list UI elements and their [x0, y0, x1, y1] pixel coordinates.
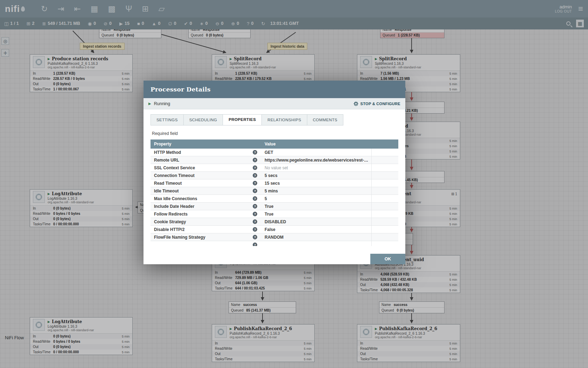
help-icon[interactable]: ? — [253, 150, 257, 155]
property-row[interactable]: Connection Timeout?5 secs — [150, 172, 398, 179]
property-value-cell: RANDOM — [261, 233, 371, 241]
property-value-cell: 15 secs — [261, 179, 371, 187]
row-gutter — [371, 218, 398, 225]
property-value: True — [265, 212, 273, 217]
row-gutter — [371, 203, 398, 210]
property-name: Remote URL — [154, 158, 253, 163]
property-value: 5 — [265, 196, 267, 201]
row-gutter — [371, 179, 398, 187]
property-name: Read Timeout — [154, 181, 253, 186]
property-value-cell: https://www.pegelonline.wsv.de/webservic… — [261, 156, 371, 164]
property-row[interactable]: Max Idle Connections?5 — [150, 195, 398, 203]
property-name: Idle Timeout — [154, 189, 253, 193]
dialog-title: Processor Details — [144, 81, 405, 98]
tab-properties[interactable]: PROPERTIES — [223, 114, 262, 125]
property-name-cell: Disable HTTP/2? — [150, 227, 261, 232]
property-row[interactable]: Follow Redirects?True — [150, 210, 398, 218]
property-name-cell: Idle Timeout? — [150, 189, 261, 193]
run-status-icon: ▶ — [148, 102, 151, 105]
property-name: Connection Timeout — [154, 173, 253, 178]
help-icon[interactable]: ? — [253, 173, 257, 178]
property-name-cell: HTTP Method? — [150, 150, 261, 155]
property-row[interactable]: Include Date Header?True — [150, 203, 398, 210]
property-name: Disable HTTP/2 — [154, 227, 253, 232]
property-name-cell: Read Timeout? — [150, 181, 261, 186]
property-row[interactable]: ? — [150, 241, 398, 246]
help-icon[interactable]: ? — [253, 196, 257, 201]
tab-relationships[interactable]: RELATIONSHIPS — [262, 114, 307, 125]
row-gutter — [371, 156, 398, 164]
property-value-cell — [261, 241, 371, 246]
property-row[interactable]: Cookie Strategy?DISABLED — [150, 218, 398, 226]
help-icon[interactable]: ? — [253, 158, 257, 162]
stop-and-configure-button[interactable]: STOP & CONFIGURE — [354, 101, 400, 106]
tab-settings[interactable]: SETTINGS — [150, 114, 184, 125]
help-icon[interactable]: ? — [253, 219, 257, 224]
tab-comments[interactable]: COMMENTS — [307, 114, 343, 125]
property-name-cell: Connection Timeout? — [150, 173, 261, 178]
row-gutter — [371, 172, 398, 179]
property-value: RANDOM — [265, 235, 284, 240]
help-icon[interactable]: ? — [253, 204, 257, 209]
help-icon[interactable]: ? — [253, 227, 257, 232]
row-gutter — [371, 187, 398, 195]
dialog-body: SETTINGSSCHEDULINGPROPERTIESRELATIONSHIP… — [144, 109, 405, 264]
help-icon[interactable]: ? — [253, 235, 257, 239]
help-icon[interactable]: ? — [253, 181, 257, 185]
ok-button[interactable]: OK — [370, 254, 405, 264]
property-name-cell: SSL Context Service? — [150, 165, 261, 170]
property-value: https://www.pegelonline.wsv.de/webservic… — [265, 158, 370, 163]
help-icon[interactable]: ? — [253, 212, 257, 216]
property-name: FlowFile Naming Strategy — [154, 235, 253, 240]
row-gutter — [371, 210, 398, 218]
value-column-header: Value — [261, 142, 398, 146]
property-row[interactable]: SSL Context Service?No value set — [150, 164, 398, 172]
property-table: Property Value HTTP Method?GETRemote URL… — [150, 139, 398, 246]
required-field-note: Required field — [152, 131, 397, 136]
gear-icon — [354, 101, 358, 106]
property-name: HTTP Method — [154, 150, 253, 155]
row-gutter — [371, 164, 398, 171]
property-value-cell: 5 mins — [261, 187, 371, 195]
help-icon[interactable]: ? — [253, 165, 257, 170]
property-name-cell: Follow Redirects? — [150, 212, 261, 217]
row-gutter — [371, 233, 398, 241]
property-row[interactable]: Read Timeout?15 secs — [150, 179, 398, 187]
row-gutter — [371, 241, 398, 246]
property-value: 5 mins — [265, 189, 278, 193]
property-name-cell: ? — [150, 243, 261, 246]
property-value: True — [265, 204, 273, 209]
property-column-header: Property — [150, 142, 261, 146]
property-value-cell: 5 secs — [261, 172, 371, 179]
property-row[interactable]: Remote URL?https://www.pegelonline.wsv.d… — [150, 156, 398, 164]
property-value-cell: No value set — [261, 164, 371, 171]
property-value: No value set — [265, 165, 288, 170]
stop-and-configure-label: STOP & CONFIGURE — [360, 102, 400, 106]
row-gutter — [371, 195, 398, 202]
property-row[interactable]: Idle Timeout?5 mins — [150, 187, 398, 195]
property-name-cell: Remote URL? — [150, 158, 261, 163]
property-row[interactable]: Disable HTTP/2?False — [150, 226, 398, 233]
row-gutter — [371, 226, 398, 233]
tab-scheduling[interactable]: SCHEDULING — [184, 114, 223, 125]
help-icon[interactable]: ? — [253, 243, 257, 246]
property-value-cell: DISABLED — [261, 218, 371, 225]
property-row[interactable]: FlowFile Naming Strategy?RANDOM — [150, 233, 398, 241]
property-value: DISABLED — [265, 219, 286, 224]
property-name: Max Idle Connections — [154, 196, 253, 201]
property-value: 5 secs — [265, 173, 278, 178]
property-table-header: Property Value — [150, 139, 398, 149]
property-name: Include Date Header — [154, 204, 253, 209]
property-value: 15 secs — [265, 181, 280, 186]
property-value-cell: False — [261, 226, 371, 233]
property-name-cell: Max Idle Connections? — [150, 196, 261, 201]
property-value-cell: True — [261, 210, 371, 218]
property-value-cell: True — [261, 203, 371, 210]
property-row[interactable]: HTTP Method?GET — [150, 149, 398, 156]
property-name: SSL Context Service — [154, 165, 253, 170]
property-value-cell: GET — [261, 149, 371, 156]
property-name-cell: Cookie Strategy? — [150, 219, 261, 224]
dialog-tabs: SETTINGSSCHEDULINGPROPERTIESRELATIONSHIP… — [150, 114, 398, 125]
property-value: False — [265, 227, 275, 232]
help-icon[interactable]: ? — [253, 189, 257, 193]
